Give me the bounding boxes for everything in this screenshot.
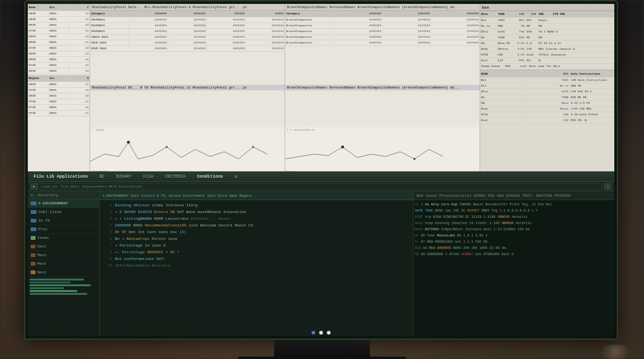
svg-point-1 <box>166 146 168 148</box>
table-row: DMVR DNAS3445454324454334454543244543 <box>90 46 285 52</box>
svg-point-0 <box>127 141 130 144</box>
file-icon <box>31 253 35 257</box>
table-row: BitTAE5146 Dole Instructions <box>480 78 614 83</box>
log-line: Root binp Dinning (Routine 19 tindir 1.1… <box>415 220 613 226</box>
menu-file[interactable]: File <box>141 173 156 180</box>
monitor: Name Src V DNVRDNAS12 DNVRDNAS11 DMVRDNA… <box>24 0 618 340</box>
sheet-header-4: Date TAKE 146 146 CRE CTN CDE <box>480 11 614 18</box>
file-name: C-ENVIRONMENT <box>38 201 68 205</box>
file-name: Mast <box>37 261 46 266</box>
file-icon <box>31 236 35 240</box>
search-text: Load all find data: Sequencemeta-META-As… <box>42 185 143 189</box>
table-row: DNVRDNAS12 <box>28 11 90 17</box>
file-name: CaEt.Cline <box>38 210 61 214</box>
panel-2-subtitle: ReachabilityFocal DC... B CG Reachabilit… <box>90 85 285 90</box>
panel-2-title: ReachabilityFocal Data... Brc-Reachabili… <box>90 4 285 11</box>
table-row: DYVRDNAS11 <box>28 88 90 93</box>
folder-icon <box>31 227 36 231</box>
table-row: DYVRDNAS10 <box>28 45 90 51</box>
table-row: DYVRDNAS11 <box>28 99 90 105</box>
folder-icon <box>31 210 36 214</box>
menu-app-name[interactable]: File Lib Applications <box>32 173 90 180</box>
table-row: BranchComposite344545432445433244543 <box>285 29 480 34</box>
log-line: 5/ DO Feat ReuseLabs Be 1.8 1 3.01 2. <box>415 233 613 239</box>
folder-icon <box>31 219 36 223</box>
svg-point-2 <box>252 146 254 148</box>
file-item[interactable]: CaEt.Cline <box>28 208 99 216</box>
table-row: DostC16P0595:B. <box>480 58 614 64</box>
right-panel-title: Ean <box>480 4 614 11</box>
file-icon <box>31 262 35 266</box>
file-item[interactable]: Dast <box>28 242 99 251</box>
log-panel: NIA Casos Processes11111 BINOS SNS OA5 O… <box>413 191 614 336</box>
svg-point-3 <box>341 146 344 148</box>
log-line: D- 87 NEW R00SE1001 bst 1.1 1 PAC OG <box>415 239 613 245</box>
menu-omega[interactable]: ω <box>232 173 239 180</box>
table-row: NeTAKBB45 NE DN <box>480 95 614 101</box>
table-row: BranchComposite344545432445433244543 <box>285 17 480 23</box>
chart-area-3: L = encircled er bc a <box>285 127 480 170</box>
table-row: Shema beaseP00nc95Gete come Tec Dere <box>480 64 614 69</box>
table-row: BranchComposite344545432445433244543 <box>285 34 480 40</box>
file-item[interactable]: Nast <box>28 268 99 277</box>
sheet-panel-1: Name Src V DNVRDNAS12 DNVRDNAS11 DMVRDNA… <box>28 4 90 171</box>
sheet-panel-2: ReachabilityFocal Data... Brc-Reachabili… <box>90 4 285 171</box>
file-item[interactable]: Mast <box>28 259 99 268</box>
file-item[interactable]: Mast <box>28 251 99 259</box>
ide-menubar: File Lib Applications BC BINARY File CRI… <box>28 171 614 182</box>
table-row: DNVRNNAS3445454324454334454543244543 <box>90 17 285 23</box>
table-row: DBNovo DO9.155.6PS 10 In p In <box>480 41 614 46</box>
table-row: DNVRDNASIC <box>28 82 90 88</box>
table-row: DMVRDNAS10 <box>28 93 90 99</box>
menu-criteria[interactable]: CRITERIA <box>163 173 187 180</box>
table-row: NeTAKBB45NEDN <box>480 35 614 41</box>
toolbar-close[interactable]: ✕ <box>604 183 611 190</box>
file-name: Dast <box>37 244 46 248</box>
table-row: DYVRDNAS10 <box>28 105 90 111</box>
table-row: No co.DNK3NNRDN <box>480 23 614 29</box>
code-line: 5 Dt ST Ddt Int Cont Cons dsc (D) <box>102 229 411 236</box>
sheet-panel-4: Ean Date TAKE 146 146 CRE CTN CDE BitTAE… <box>480 4 614 171</box>
file-name: Items <box>37 236 49 240</box>
file-item[interactable]: C-ENVIRONMENT <box>28 199 99 208</box>
file-item[interactable]: Items <box>28 234 99 242</box>
log-content[interactable]: IL D do Only tore hop TANOBC Basic Bestm… <box>414 200 614 336</box>
code-line: 9 Bnt-conformations Def- <box>102 256 411 262</box>
panel-3-subtitle: BranchCompositeNames DerminedNames Branc… <box>285 85 480 90</box>
sheet-header-1: Name Src V <box>28 4 90 11</box>
table-row: BodyDbncos1745146MB1 Classes (massin 9 <box>480 46 614 52</box>
screen: Name Src V DNVRDNAS12 DNVRDNAS11 DMVRDNA… <box>28 4 614 336</box>
table-row: DostC16P05 95: B. <box>480 118 614 123</box>
menu-binary[interactable]: BINARY <box>114 173 133 180</box>
code-content[interactable]: 1 Binding HKinase items Iterance Iterp 2… <box>100 200 413 336</box>
table-row: BTcoOJ45Y46 946 94 1 <box>480 89 614 95</box>
sheet-panel-3: BranchCompositeNames DerminedNames Branc… <box>285 4 480 171</box>
monitor-stand <box>274 340 370 359</box>
table-row: DYVRDNAS11 <box>28 63 90 68</box>
table-row: PCOSCN59.50 bce5 C57bst <box>480 112 614 118</box>
microphone-hint <box>596 345 634 359</box>
code-line: 1 Binding HKinase items Iterance Iterp <box>102 202 411 209</box>
file-name: Mast <box>37 253 46 257</box>
power-light <box>311 331 315 335</box>
toolbar-find[interactable]: ▶ <box>31 183 38 190</box>
status-light-1 <box>319 331 323 335</box>
file-item[interactable]: 31 TH <box>28 216 99 225</box>
col-src: Src <box>48 6 69 9</box>
code-line: 8 •- Percentage DEGENV1 = 65 * <box>102 249 411 256</box>
code-line: 4 EBNRBNR BNGE RecommendationsISO line B… <box>102 222 411 229</box>
log-header: NIA Casos Processes11111 BINOS SNS OA5 O… <box>414 191 614 200</box>
table-row: DBNovo9.15 5.6 PS <box>480 101 614 106</box>
code-panel: C-ENVIRONMENT Gate Closure N TN, Access … <box>100 191 413 336</box>
log-line: Dent BUTONNO InNpurNSint Iterance dect 1… <box>415 226 613 233</box>
menu-bc[interactable]: BC <box>97 173 106 180</box>
menu-conditions[interactable]: Conditions <box>195 173 225 180</box>
search-bar[interactable]: Load all find data: Sequencemeta-META-As… <box>40 183 602 190</box>
file-item[interactable]: Proc <box>28 225 99 234</box>
table-row: DMVRDNAS10 <box>28 57 90 63</box>
table-row: DNVR DNAS3445454324454334454543244543 <box>90 40 285 46</box>
sheet-subheader-1: Region Src N <box>28 75 90 82</box>
file-icon <box>31 245 35 248</box>
table-row: BitTAE5B01DAYbeans <box>480 18 614 23</box>
file-name: Nast <box>37 270 46 274</box>
